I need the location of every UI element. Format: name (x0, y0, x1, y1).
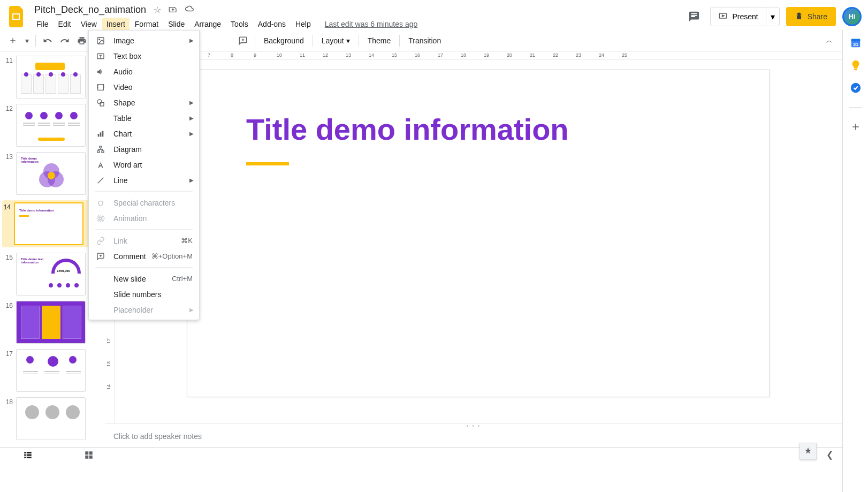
submenu-arrow-icon: ▶ (189, 100, 194, 105)
side-panel-toggle-icon[interactable]: ❮ (823, 449, 836, 461)
svg-rect-30 (89, 451, 93, 455)
menu-format[interactable]: Format (131, 18, 163, 31)
menu-view[interactable]: View (77, 18, 101, 31)
svg-rect-9 (97, 87, 98, 88)
insert-menu-table[interactable]: Table▶ (89, 110, 199, 126)
insert-menu-text-box[interactable]: Text box (89, 48, 199, 64)
print-button[interactable] (74, 33, 89, 48)
share-button[interactable]: Share (786, 7, 836, 26)
menu-file[interactable]: File (32, 18, 53, 31)
diagram-icon (95, 145, 106, 154)
menu-insert[interactable]: Insert (102, 18, 130, 31)
menu-help[interactable]: Help (291, 18, 315, 31)
grid-view-icon[interactable] (82, 449, 95, 461)
insert-menu-comment[interactable]: Comment⌘+Option+M (89, 248, 199, 264)
slides-app-icon[interactable] (6, 6, 28, 27)
svg-point-6 (99, 39, 100, 40)
audio-icon (95, 67, 106, 76)
notes-resize-handle[interactable]: • • • (105, 423, 842, 428)
line-icon (95, 176, 106, 185)
insert-menu-chart[interactable]: Chart▶ (89, 126, 199, 141)
theme-button[interactable]: Theme (363, 36, 395, 45)
slide-stage[interactable]: Title demo information (115, 60, 842, 423)
insert-menu-shape[interactable]: Shape▶ (89, 95, 199, 110)
star-icon[interactable]: ☆ (154, 5, 161, 15)
menu-arrange[interactable]: Arrange (190, 18, 225, 31)
submenu-arrow-icon: ▶ (189, 131, 194, 137)
image-icon (95, 36, 106, 45)
explore-button[interactable] (800, 443, 817, 460)
horizontal-ruler: 345678910111213141516171819202122232425 (105, 51, 842, 60)
insert-menu-image[interactable]: Image▶ (89, 33, 199, 48)
keep-app-icon[interactable] (849, 59, 862, 72)
last-edit-link[interactable]: Last edit was 6 minutes ago (325, 20, 418, 28)
speaker-notes[interactable]: Click to add speaker notes (105, 428, 842, 447)
textbox-icon (95, 52, 106, 60)
present-dropdown-icon[interactable]: ▾ (766, 12, 779, 22)
insert-menu-new-slide[interactable]: New slideCtrl+M (89, 271, 199, 286)
chart-icon (95, 130, 106, 138)
insert-menu-special-characters: Special characters (89, 195, 199, 210)
menu-tools[interactable]: Tools (226, 18, 253, 31)
svg-rect-1 (13, 14, 19, 19)
svg-text:31: 31 (852, 42, 858, 47)
calendar-app-icon[interactable]: 31 (849, 36, 862, 49)
svg-rect-25 (24, 457, 26, 458)
svg-rect-11 (103, 87, 104, 88)
menu-add-ons[interactable]: Add-ons (254, 18, 290, 31)
present-button[interactable]: Present ▾ (710, 7, 779, 26)
insert-menu-line[interactable]: Line▶ (89, 172, 199, 188)
filmstrip-view-icon[interactable] (21, 449, 34, 461)
transition-button[interactable]: Transition (404, 36, 445, 45)
insert-menu-animation: Animation (89, 210, 199, 226)
svg-rect-23 (24, 452, 26, 453)
submenu-arrow-icon: ▶ (189, 307, 194, 313)
move-icon[interactable] (169, 5, 177, 15)
animation-icon (95, 214, 106, 223)
add-addon-icon[interactable] (849, 120, 862, 133)
background-button[interactable]: Background (260, 36, 308, 45)
comment-history-icon[interactable] (684, 7, 704, 26)
wordart-icon (95, 161, 106, 169)
video-icon (95, 83, 106, 92)
menu-slide[interactable]: Slide (164, 18, 189, 31)
svg-rect-19 (102, 150, 104, 152)
slide-title-underline (246, 162, 289, 165)
svg-rect-31 (85, 455, 88, 458)
svg-rect-18 (97, 150, 100, 152)
insert-menu-link: Link⌘K (89, 233, 199, 248)
svg-point-12 (97, 100, 102, 104)
svg-point-20 (100, 217, 102, 219)
new-slide-dropdown-icon[interactable]: ▾ (22, 33, 31, 48)
svg-rect-29 (85, 451, 88, 455)
insert-menu-word-art[interactable]: Word art (89, 157, 199, 172)
slide-title-text[interactable]: Title demo information (246, 112, 569, 147)
svg-rect-26 (27, 452, 32, 453)
undo-button[interactable] (40, 33, 55, 48)
svg-rect-16 (102, 131, 104, 137)
new-slide-button[interactable] (5, 33, 20, 48)
account-avatar[interactable]: Hi (842, 7, 862, 26)
slide-thumb-18[interactable]: 18 (4, 397, 105, 440)
submenu-arrow-icon: ▶ (189, 177, 194, 183)
svg-rect-14 (98, 134, 100, 137)
insert-menu-slide-numbers[interactable]: Slide numbers (89, 286, 199, 302)
collapse-toolbar-icon[interactable]: ︿ (822, 33, 837, 48)
slide-thumb-17[interactable]: 17 (4, 349, 105, 392)
submenu-arrow-icon: ▶ (189, 37, 194, 43)
svg-rect-10 (103, 85, 104, 86)
cloud-status-icon[interactable] (185, 5, 194, 15)
tasks-app-icon[interactable] (849, 81, 862, 94)
insert-menu-video[interactable]: Video (89, 79, 199, 95)
layout-button[interactable]: Layout ▾ (317, 36, 354, 45)
redo-button[interactable] (57, 33, 72, 48)
insert-menu-diagram[interactable]: Diagram (89, 141, 199, 157)
insert-menu-audio[interactable]: Audio (89, 64, 199, 79)
svg-rect-28 (27, 457, 32, 458)
document-title[interactable]: Pitch_Deck_no_animation (32, 3, 148, 17)
add-comment-icon[interactable] (235, 33, 250, 48)
slide-canvas[interactable]: Title demo information (187, 70, 770, 397)
menu-edit[interactable]: Edit (54, 18, 75, 31)
svg-point-21 (98, 216, 103, 221)
svg-rect-32 (89, 455, 93, 458)
